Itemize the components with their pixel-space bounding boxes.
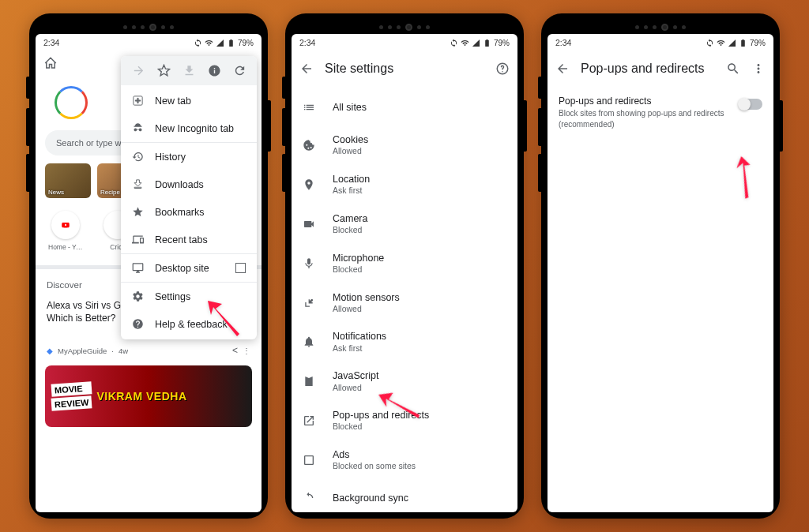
popup-toggle-row[interactable]: Pop-ups and redirects Block sites from s… bbox=[547, 86, 773, 139]
setting-ads[interactable]: AdsBlocked on some sites bbox=[292, 440, 517, 480]
download-icon bbox=[132, 178, 144, 190]
menu-settings[interactable]: Settings bbox=[121, 282, 257, 310]
phone-3: 2:34 79% Pop-ups and redirects Pop-ups a… bbox=[541, 13, 780, 519]
share-icon[interactable]: < bbox=[232, 345, 238, 356]
battery-pct: 79% bbox=[750, 39, 766, 47]
pointer-arrow bbox=[714, 148, 765, 204]
checkbox[interactable] bbox=[235, 263, 246, 273]
history-icon bbox=[132, 151, 144, 163]
bell-icon bbox=[303, 335, 315, 348]
sync-icon bbox=[450, 39, 458, 47]
notch bbox=[36, 20, 262, 34]
menu-incognito[interactable]: New Incognito tab bbox=[121, 114, 257, 142]
plus-icon bbox=[132, 95, 144, 107]
setting-motion[interactable]: Motion sensorsAllowed bbox=[292, 283, 517, 323]
status-bar: 2:34 79% bbox=[547, 34, 773, 51]
popup-icon bbox=[303, 414, 315, 427]
setting-camera[interactable]: CameraBlocked bbox=[292, 204, 517, 244]
search-icon[interactable] bbox=[726, 62, 740, 76]
shortcut-youtube[interactable]: Home - You… bbox=[48, 211, 83, 251]
signal-icon bbox=[728, 39, 736, 47]
clock: 2:34 bbox=[299, 38, 315, 47]
mic-icon bbox=[303, 257, 315, 270]
battery-pct: 79% bbox=[238, 39, 254, 47]
reload-icon[interactable] bbox=[233, 64, 246, 77]
javascript-icon bbox=[303, 375, 315, 388]
sync-icon bbox=[706, 39, 714, 47]
star-icon[interactable] bbox=[157, 64, 171, 77]
setting-all-sites[interactable]: All sites bbox=[292, 89, 517, 126]
settings-list: All sites CookiesAllowed LocationAsk fir… bbox=[292, 86, 517, 512]
toggle-switch[interactable] bbox=[739, 99, 762, 110]
menu-desktop-site[interactable]: Desktop site bbox=[121, 253, 257, 282]
more-icon[interactable] bbox=[751, 62, 766, 76]
back-icon[interactable] bbox=[555, 62, 570, 76]
toggle-label: Pop-ups and redirects bbox=[559, 96, 731, 107]
sync-icon bbox=[194, 39, 202, 47]
google-logo bbox=[55, 86, 88, 119]
cookie-icon bbox=[303, 139, 315, 152]
help-icon[interactable] bbox=[495, 62, 510, 76]
menu-bookmarks[interactable]: Bookmarks bbox=[121, 198, 257, 226]
page-title: Site settings bbox=[325, 62, 393, 76]
phone-2: 2:34 79% Site settings All sites bbox=[285, 13, 524, 519]
chrome-menu: New tab New Incognito tab History Downlo… bbox=[121, 56, 257, 339]
download-icon[interactable] bbox=[182, 64, 196, 77]
more-icon[interactable]: ⋮ bbox=[243, 347, 250, 355]
list-icon bbox=[303, 101, 315, 114]
status-bar: 2:34 79% bbox=[36, 34, 262, 51]
tile-news[interactable]: News bbox=[45, 163, 91, 198]
clock: 2:34 bbox=[43, 38, 59, 47]
signal-icon bbox=[472, 39, 480, 47]
home-icon[interactable] bbox=[43, 56, 58, 70]
status-bar: 2:34 79% bbox=[292, 34, 517, 51]
forward-icon[interactable] bbox=[132, 64, 145, 77]
battery-icon bbox=[483, 39, 491, 47]
setting-notifications[interactable]: NotificationsAsk first bbox=[292, 322, 517, 362]
setting-cookies[interactable]: CookiesAllowed bbox=[292, 126, 517, 165]
battery-pct: 79% bbox=[494, 39, 510, 47]
ads-icon bbox=[303, 454, 315, 466]
battery-icon bbox=[739, 39, 747, 47]
menu-downloads[interactable]: Downloads bbox=[121, 170, 257, 198]
star-icon bbox=[132, 206, 144, 218]
camera-icon bbox=[303, 218, 315, 230]
phone-1: 2:34 79% Search or type w News Recipe bbox=[29, 13, 268, 519]
notch bbox=[292, 20, 517, 34]
menu-new-tab[interactable]: New tab bbox=[121, 87, 257, 114]
menu-help[interactable]: Help & feedback bbox=[121, 310, 257, 338]
notch bbox=[547, 20, 773, 34]
info-icon[interactable] bbox=[208, 64, 221, 77]
wifi-icon bbox=[717, 39, 725, 47]
clock: 2:34 bbox=[555, 38, 571, 47]
menu-recent-tabs[interactable]: Recent tabs bbox=[121, 226, 257, 253]
page-title: Pop-ups and redirects bbox=[581, 62, 705, 76]
setting-microphone[interactable]: MicrophoneBlocked bbox=[292, 244, 517, 283]
setting-location[interactable]: LocationAsk first bbox=[292, 165, 517, 204]
sync-icon bbox=[303, 492, 315, 504]
back-icon[interactable] bbox=[299, 62, 314, 76]
wifi-icon bbox=[461, 39, 469, 47]
menu-history[interactable]: History bbox=[121, 142, 257, 170]
toggle-sub: Block sites from showing pop-ups and red… bbox=[559, 108, 731, 129]
article-meta: ◆ MyAppleGuide · 4w < ⋮ bbox=[36, 345, 262, 362]
setting-javascript[interactable]: JavaScriptAllowed bbox=[292, 362, 517, 401]
incognito-icon bbox=[132, 122, 144, 134]
devices-icon bbox=[132, 234, 144, 245]
movie-banner[interactable]: MOVIE REVIEW VIKRAM VEDHA bbox=[45, 365, 252, 427]
setting-bg-sync[interactable]: Background sync bbox=[292, 480, 517, 512]
battery-icon bbox=[227, 39, 235, 47]
setting-popups[interactable]: Pop-ups and redirectsBlocked bbox=[292, 401, 517, 440]
motion-icon bbox=[303, 297, 315, 309]
help-icon bbox=[132, 318, 144, 330]
desktop-icon bbox=[132, 262, 144, 274]
gear-icon bbox=[132, 290, 144, 302]
signal-icon bbox=[216, 39, 224, 47]
location-icon bbox=[303, 178, 315, 191]
wifi-icon bbox=[205, 39, 213, 47]
